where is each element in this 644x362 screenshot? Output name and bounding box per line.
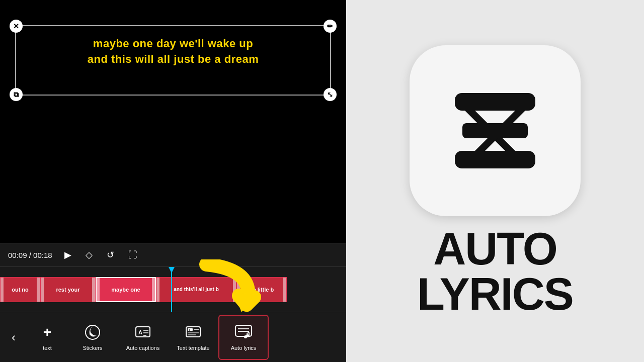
seg-handle-right-4[interactable] [283,278,286,302]
text-template-label: Text template [177,345,209,351]
seg-handle-left-3[interactable] [156,278,159,302]
auto-lyrics-label: Auto lyrics [231,345,257,351]
auto-lyrics-item[interactable]: Auto lyrics [218,315,269,360]
add-text-item[interactable]: + text [27,315,67,360]
timeline-track-area: out no rest your maybe one and this'll a… [0,266,346,312]
keyframe-button[interactable]: ◇ [84,247,95,262]
svg-text:A: A [138,329,142,335]
corner-copy-icon[interactable]: ⧉ [10,88,23,101]
segment-1[interactable]: rest your [40,277,96,302]
svg-text:A: A [189,328,191,331]
seg-handle-left-1[interactable] [41,278,44,302]
seg-handle-right-1[interactable] [92,278,95,302]
app-icon-container [410,45,581,216]
auto-text: AUTO [433,226,556,272]
add-text-icon: + [38,323,57,342]
track-row: out no rest your maybe one and this'll a… [0,267,346,312]
segment-3[interactable]: and this'll all just b [156,277,236,302]
track-segments: out no rest your maybe one and this'll a… [0,277,346,302]
corner-close-icon[interactable]: ✕ [10,20,23,33]
corner-edit-icon[interactable]: ✏ [324,20,337,33]
seg-handle-left-0[interactable] [1,278,4,302]
segment-4[interactable]: sh little b [236,277,287,302]
time-display: 00:09 / 00:18 [8,251,52,259]
svg-rect-22 [462,123,528,138]
segment-0[interactable]: out no [0,277,40,302]
playhead[interactable] [171,267,172,312]
stickers-icon [83,323,102,342]
seg-handle-left-2[interactable] [97,278,100,301]
left-panel: ✕ ✏ ⧉ ⤡ maybe one day we'll wake up and … [0,0,346,362]
text-overlay-box[interactable]: ✕ ✏ ⧉ ⤡ maybe one day we'll wake up and … [15,25,331,96]
stickers-label: Stickers [83,345,102,351]
play-button[interactable]: ▶ [62,247,73,262]
add-text-label: text [43,345,52,351]
seg-handle-right-0[interactable] [37,278,40,302]
stickers-item[interactable]: Stickers [67,315,118,360]
app-icon-svg [435,70,555,191]
text-template-item[interactable]: A Text template [168,315,218,360]
corner-resize-icon[interactable]: ⤡ [324,88,337,101]
undo-button[interactable]: ↺ [105,247,116,262]
auto-captions-item[interactable]: A Auto captions [118,315,168,360]
bottom-toolbar: ‹ + text Stickers A [0,312,346,362]
auto-lyrics-icon [234,323,253,342]
text-template-icon: A [184,323,203,342]
svg-point-1 [86,325,100,339]
segment-2[interactable]: maybe one [96,277,156,302]
fullscreen-button[interactable]: ⛶ [126,248,139,262]
svg-rect-23 [455,93,535,111]
seg-handle-right-3[interactable] [233,278,236,302]
seg-handle-right-2[interactable] [152,278,155,301]
seg-handle-left-4[interactable] [237,278,240,302]
auto-captions-label: Auto captions [126,345,160,351]
back-button[interactable]: ‹ [0,315,27,360]
right-text-block: AUTO LYRICS [417,226,573,317]
video-preview: ✕ ✏ ⧉ ⤡ maybe one day we'll wake up and … [0,0,346,243]
right-panel: AUTO LYRICS [346,0,644,362]
lyrics-display: maybe one day we'll wake up and this wil… [25,36,321,67]
svg-rect-24 [455,151,535,168]
auto-captions-icon: A [133,323,152,342]
timeline-controls: 00:09 / 00:18 ▶ ◇ ↺ ⛶ [0,243,346,266]
lyrics-big-text: LYRICS [417,272,573,317]
